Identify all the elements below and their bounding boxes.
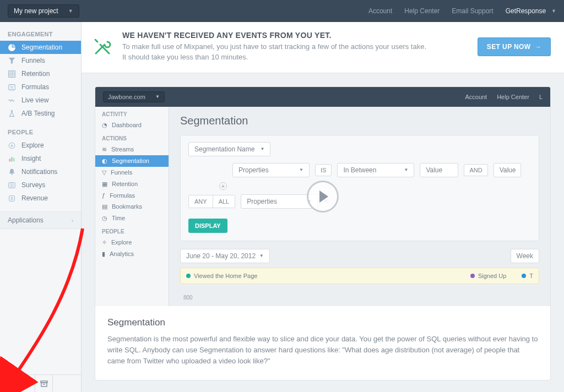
play-button[interactable] xyxy=(307,181,339,213)
content: WE HAVEN'T RECEIVED ANY EVENTS FROM YOU … xyxy=(82,22,564,392)
funnel-icon: ▽ xyxy=(102,169,106,176)
sidebar-item-label: Insight xyxy=(21,155,41,162)
sidebar-item-revenue[interactable]: $ Revenue xyxy=(0,192,81,205)
card-heading: Segmentation xyxy=(107,317,538,328)
compass-icon: ✧ xyxy=(102,239,107,246)
shot-heading-people: PEOPLE xyxy=(95,224,169,237)
funnel-icon xyxy=(8,57,16,64)
sidebar-item-ab-testing[interactable]: A/B Testing xyxy=(0,107,81,120)
bookmark-icon: ▤ xyxy=(102,203,107,210)
svg-line-25 xyxy=(10,380,12,382)
add-user-button[interactable] xyxy=(18,375,35,393)
svg-rect-8 xyxy=(9,159,10,161)
shot-title: Segmentation xyxy=(180,115,539,127)
bars-icon: ▮ xyxy=(102,251,105,258)
settings-button[interactable] xyxy=(0,375,18,393)
intro-card: Jawbone.com ▼ Account Help Center L ACTI… xyxy=(95,86,551,380)
shot-item-formulas: ƒFormulas xyxy=(95,190,169,201)
chevron-down-icon: ▼ xyxy=(68,8,73,14)
sidebar-item-insight[interactable]: Insight xyxy=(0,152,81,165)
shot-item-analytics: ▮Analytics xyxy=(95,248,169,260)
shot-item-bookmarks: ▤Bookmarks xyxy=(95,201,169,213)
stream-icon: ≋ xyxy=(102,146,107,153)
sidebar-item-funnels[interactable]: Funnels xyxy=(0,54,81,67)
chevron-right-icon: › xyxy=(72,217,73,224)
shot-item-funnels: ▽Funnels xyxy=(95,167,169,178)
bars-icon xyxy=(8,155,16,162)
shot-date-range: June 20 - May 20, 2012 ▼ xyxy=(180,249,270,263)
topbar: My new project ▼ Account Help Center Ema… xyxy=(0,0,564,22)
sidebar-item-label: Revenue xyxy=(21,194,48,202)
sidebar-item-notifications[interactable]: Notifications xyxy=(0,165,81,178)
sidebar-item-label: Notifications xyxy=(21,168,57,176)
play-icon xyxy=(319,190,328,203)
sidebar-applications-label: Applications xyxy=(8,216,44,224)
sidebar-item-formulas[interactable]: fx Formulas xyxy=(0,80,81,94)
sidebar-item-label: Segmentation xyxy=(21,43,62,51)
bell-icon xyxy=(8,168,16,176)
svg-point-17 xyxy=(7,382,10,385)
shot-nav-account: Account xyxy=(465,94,487,100)
shot-item-explore: ✧Explore xyxy=(95,237,169,248)
formula-icon: ƒ xyxy=(102,192,105,199)
shot-value-2: Value xyxy=(494,163,521,177)
shot-item-time: ◷Time xyxy=(95,213,169,224)
nav-email-support[interactable]: Email Support xyxy=(452,7,493,15)
shot-heading-activity: ACTIVITY xyxy=(95,107,169,119)
sidebar-item-live-view[interactable]: Live view xyxy=(0,94,81,107)
sidebar-item-surveys[interactable]: Surveys xyxy=(0,178,81,192)
shot-project-select: Jawbone.com ▼ xyxy=(103,91,165,102)
banner-title: WE HAVEN'T RECEIVED ANY EVENTS FROM YOU … xyxy=(122,31,468,40)
card-body: Segmentation is the most powerful and fl… xyxy=(107,334,538,367)
setup-now-button[interactable]: SET UP NOW → xyxy=(478,37,551,56)
shot-any-all: ANY ALL xyxy=(188,195,235,208)
flask-icon xyxy=(8,110,16,117)
shot-item-streams: ≋Streams xyxy=(95,144,169,155)
shot-week: Week xyxy=(511,249,539,263)
plus-icon: + xyxy=(219,182,227,190)
pie-icon xyxy=(8,44,16,51)
archive-button[interactable] xyxy=(35,375,53,393)
shot-value-1: Value xyxy=(420,163,458,177)
project-selector[interactable]: My new project ▼ xyxy=(8,4,79,18)
sidebar-item-retention[interactable]: Retention xyxy=(0,67,81,80)
shot-heading-actions: ACTIONS xyxy=(95,131,169,144)
svg-rect-0 xyxy=(9,70,15,77)
sidebar-item-label: Funnels xyxy=(21,57,45,64)
nav-account[interactable]: Account xyxy=(368,7,392,15)
chevron-down-icon: ▼ xyxy=(551,8,556,14)
grid-icon xyxy=(8,70,16,78)
formula-icon: fx xyxy=(8,84,16,91)
arrow-right-icon: → xyxy=(535,43,541,50)
sidebar-footer xyxy=(0,374,81,392)
sidebar-item-label: Retention xyxy=(21,70,50,78)
shot-is: IS xyxy=(315,164,332,176)
sidebar-heading-people: PEOPLE xyxy=(0,126,81,139)
gauge-icon: ◔ xyxy=(102,122,107,129)
nav-help-center[interactable]: Help Center xyxy=(404,7,440,15)
user-menu[interactable]: GetResponse ▼ xyxy=(506,7,556,15)
sidebar-applications[interactable]: Applications › xyxy=(0,211,81,229)
sidebar-item-segmentation[interactable]: Segmentation xyxy=(0,41,81,54)
shot-legend: Viewed the Home Page Signed Up T xyxy=(180,268,539,284)
archive-icon xyxy=(40,379,48,388)
chevron-down-icon: ▼ xyxy=(155,94,160,99)
svg-line-22 xyxy=(6,380,7,382)
shot-item-dashboard: ◔Dashboard xyxy=(95,119,169,131)
setup-banner: WE HAVEN'T RECEIVED ANY EVENTS FROM YOU … xyxy=(82,22,564,73)
grid-icon: ▦ xyxy=(102,181,107,188)
list-icon xyxy=(8,182,16,189)
sidebar-item-label: A/B Testing xyxy=(21,110,55,117)
gear-icon xyxy=(4,379,13,388)
svg-line-24 xyxy=(6,385,7,386)
svg-line-23 xyxy=(10,385,12,386)
shot-between: In Between▼ xyxy=(337,163,414,177)
clock-icon: ◷ xyxy=(102,215,107,222)
sidebar: ENGAGEMENT Segmentation Funnels Retentio… xyxy=(0,22,82,392)
sidebar-item-explore[interactable]: Explore xyxy=(0,139,81,152)
shot-item-retention: ▦Retention xyxy=(95,178,169,190)
shot-display-button: DISPLAY xyxy=(188,219,227,233)
shot-axis-label: 800 xyxy=(183,295,193,301)
svg-text:fx: fx xyxy=(10,85,14,89)
sidebar-heading-engagement: ENGAGEMENT xyxy=(0,28,81,41)
